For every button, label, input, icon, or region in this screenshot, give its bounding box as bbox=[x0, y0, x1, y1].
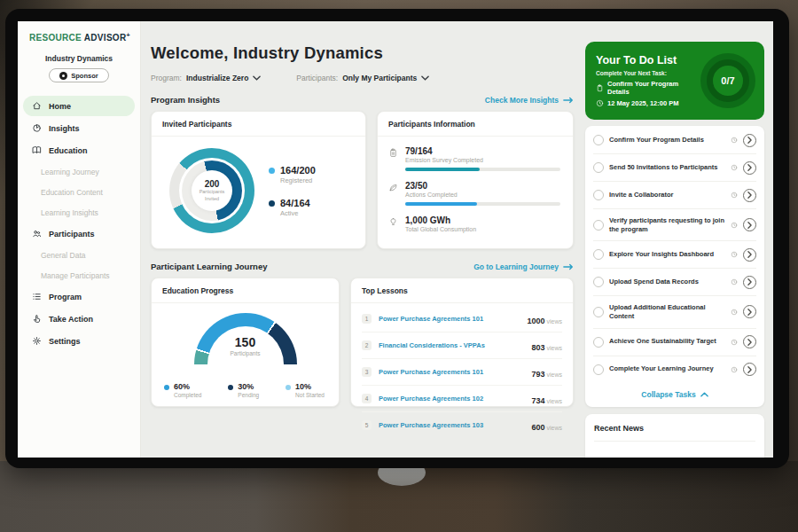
info-value: 23/50 bbox=[405, 181, 560, 191]
sidebar-item-learning-journey[interactable]: Learning Journey bbox=[23, 162, 135, 181]
info-value: 1,000 GWh bbox=[405, 215, 560, 225]
education-progress-card: Education Progress 150 Participants bbox=[151, 278, 340, 407]
task-item[interactable]: Confirm Your Program Details bbox=[593, 127, 756, 154]
task-checkbox[interactable] bbox=[593, 135, 604, 145]
rank-badge: 3 bbox=[362, 367, 372, 377]
task-open-button[interactable] bbox=[743, 248, 756, 262]
lesson-row: 1 Power Purchase Agreements 101 1000view… bbox=[362, 306, 562, 332]
views-count: 600 bbox=[531, 423, 544, 432]
recent-news-title: Recent News bbox=[594, 424, 755, 442]
app-logo: RESOURCE ADVISOR+ bbox=[29, 32, 140, 43]
task-checkbox[interactable] bbox=[593, 337, 604, 348]
views-count: 734 bbox=[531, 396, 544, 405]
clock-icon bbox=[731, 222, 738, 229]
monitor-bezel: RESOURCE ADVISOR+ Industry Dynamics Spon… bbox=[5, 9, 789, 468]
task-open-button[interactable] bbox=[743, 161, 756, 175]
collapse-tasks-link[interactable]: Collapse Tasks bbox=[593, 383, 756, 405]
task-item[interactable]: Complete Your Learning Journey bbox=[593, 356, 756, 383]
registered-dot bbox=[269, 168, 275, 174]
invited-participants-donut: 200 Participants Invited bbox=[169, 148, 254, 233]
task-checkbox[interactable] bbox=[593, 364, 604, 375]
logo-advisor: ADVISOR bbox=[84, 33, 127, 43]
lesson-link[interactable]: Power Purchase Agreements 103 bbox=[379, 421, 524, 429]
task-checkbox[interactable] bbox=[593, 277, 604, 287]
check-more-insights-link[interactable]: Check More Insights bbox=[485, 96, 574, 105]
clock-icon bbox=[731, 164, 738, 171]
task-item[interactable]: Upload Spend Data Records bbox=[593, 269, 756, 296]
lesson-link[interactable]: Power Purchase Agreements 102 bbox=[379, 395, 524, 403]
sidebar-item-home[interactable]: Home bbox=[23, 96, 135, 116]
task-checkbox[interactable] bbox=[593, 162, 604, 173]
lesson-link[interactable]: Power Purchase Agreements 101 bbox=[379, 315, 520, 323]
views-suffix: views bbox=[546, 372, 562, 378]
sidebar-item-settings[interactable]: Settings bbox=[23, 331, 135, 351]
rank-badge: 1 bbox=[362, 314, 372, 324]
task-open-button[interactable] bbox=[743, 276, 756, 289]
task-open-button[interactable] bbox=[743, 218, 756, 231]
task-checkbox[interactable] bbox=[593, 249, 604, 260]
todo-sidebar: Your To Do List Complete Your Next Task:… bbox=[585, 21, 773, 458]
chevron-right-icon bbox=[747, 251, 752, 258]
info-row-consumption: 1,000 GWh Total Global Consumption bbox=[388, 215, 560, 232]
clock-icon bbox=[731, 137, 738, 144]
task-item[interactable]: Send 50 Invitations to Participants bbox=[593, 154, 756, 182]
sponsor-icon bbox=[59, 72, 67, 80]
clock-icon bbox=[731, 251, 738, 258]
filters-row: Program: Industrialize Zero Participants… bbox=[151, 74, 585, 82]
task-label: Upload Spend Data Records bbox=[609, 278, 725, 286]
task-open-button[interactable] bbox=[743, 134, 756, 147]
chevron-right-icon bbox=[747, 192, 752, 199]
hand-action-icon bbox=[32, 314, 42, 324]
sidebar-item-education-content[interactable]: Education Content bbox=[23, 183, 135, 201]
sidebar-item-learning-insights[interactable]: Learning Insights bbox=[23, 203, 135, 222]
task-checkbox[interactable] bbox=[593, 190, 604, 200]
task-label: Explore Your Insights Dashboard bbox=[609, 250, 725, 259]
chevron-down-icon bbox=[421, 74, 429, 82]
sidebar-item-take-action[interactable]: Take Action bbox=[23, 309, 135, 329]
sponsor-badge[interactable]: Sponsor bbox=[49, 68, 109, 82]
sidebar-item-label: Manage Participants bbox=[41, 271, 110, 280]
link-label: Go to Learning Journey bbox=[473, 262, 559, 271]
chevron-right-icon bbox=[747, 164, 752, 171]
lesson-link[interactable]: Financial Considerations - VPPAs bbox=[379, 341, 524, 349]
task-open-button[interactable] bbox=[743, 363, 756, 376]
logo-plus: + bbox=[126, 32, 129, 38]
program-filter[interactable]: Program: Industrialize Zero bbox=[151, 74, 261, 82]
learning-cards-row: Education Progress 150 Participants bbox=[151, 278, 585, 407]
sidebar-item-manage-participants[interactable]: Manage Participants bbox=[23, 266, 135, 285]
legend-pct: 60% bbox=[174, 382, 201, 391]
sidebar-item-general-data[interactable]: General Data bbox=[23, 246, 135, 264]
card-title: Participants Information bbox=[378, 112, 573, 137]
go-to-learning-journey-link[interactable]: Go to Learning Journey bbox=[473, 262, 574, 271]
todo-next-task-label: Confirm Your Program Details bbox=[607, 80, 695, 96]
task-open-button[interactable] bbox=[743, 189, 756, 202]
sidebar-nav: Home Insights Education Learning Journey bbox=[18, 96, 140, 351]
task-item[interactable]: Upload Additional Educational Content bbox=[593, 296, 756, 328]
sidebar-item-education[interactable]: Education bbox=[23, 140, 135, 160]
chevron-right-icon bbox=[747, 278, 752, 286]
task-item[interactable]: Achieve One Sustainability Target bbox=[593, 329, 756, 356]
task-open-button[interactable] bbox=[743, 305, 756, 318]
info-row-survey: 79/164 Emission Survey Completed bbox=[388, 146, 560, 171]
task-label: Complete Your Learning Journey bbox=[609, 364, 725, 373]
task-open-button[interactable] bbox=[743, 335, 756, 348]
task-item[interactable]: Verify participants requesting to join t… bbox=[593, 209, 756, 241]
sidebar-item-insights[interactable]: Insights bbox=[23, 118, 135, 138]
clock-icon bbox=[731, 309, 738, 316]
todo-progress-value: 0/7 bbox=[721, 75, 734, 86]
program-filter-label: Program: bbox=[151, 74, 182, 82]
lesson-link[interactable]: Power Purchase Agreements 101 bbox=[379, 368, 524, 376]
views-suffix: views bbox=[546, 425, 562, 431]
task-item[interactable]: Invite a Collaborator bbox=[593, 182, 756, 209]
clock-icon bbox=[731, 366, 738, 373]
task-checkbox[interactable] bbox=[593, 307, 604, 317]
todo-next-task[interactable]: Confirm Your Program Details bbox=[596, 80, 695, 96]
task-item[interactable]: Explore Your Insights Dashboard bbox=[593, 241, 756, 269]
sidebar-item-participants[interactable]: Participants bbox=[23, 223, 135, 244]
sidebar-item-program[interactable]: Program bbox=[23, 286, 135, 307]
participants-filter[interactable]: Participants: Only My Participants bbox=[296, 74, 429, 82]
org-name: Industry Dynamics bbox=[18, 54, 140, 63]
not-started-dot bbox=[286, 385, 291, 390]
learning-journey-header: Participant Learning Journey Go to Learn… bbox=[151, 262, 574, 271]
task-checkbox[interactable] bbox=[593, 220, 604, 231]
